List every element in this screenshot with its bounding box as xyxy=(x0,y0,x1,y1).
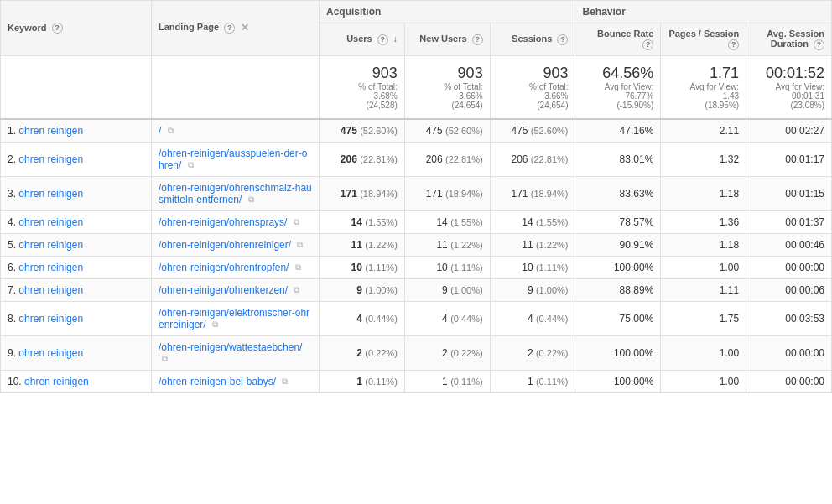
keyword-value[interactable]: ohren reinigen xyxy=(18,262,83,273)
newusers-value: 1 xyxy=(442,376,448,387)
landing-url[interactable]: /ohren-reinigen/ohrenschmalz-hausmitteln… xyxy=(159,182,312,205)
sessions-value: 1 xyxy=(528,376,533,387)
bounce-cell: 100.00% xyxy=(575,335,661,370)
keyword-value[interactable]: ohren reinigen xyxy=(18,239,83,251)
pages-cell: 1.11 xyxy=(661,278,746,301)
avgdur-cell: 00:03:53 xyxy=(746,301,832,335)
sessions-help-icon[interactable]: ? xyxy=(557,34,568,45)
keyword-cell: 6. ohren reinigen xyxy=(1,256,152,278)
landing-url[interactable]: / xyxy=(159,125,161,137)
landing-url[interactable]: /ohren-reinigen-bei-babys/ xyxy=(159,376,276,387)
landing-link-icon[interactable]: ⧉ xyxy=(297,240,303,250)
landing-url[interactable]: /ohren-reinigen/ohrensprays/ xyxy=(159,216,287,228)
keyword-cell: 1. ohren reinigen xyxy=(1,119,152,143)
landing-help-icon[interactable]: ? xyxy=(224,23,235,34)
newusers-cell: 171 (18.94%) xyxy=(404,176,490,210)
keyword-value[interactable]: ohren reinigen xyxy=(24,376,89,387)
pages-help-icon[interactable]: ? xyxy=(728,39,739,50)
row-number: 5. xyxy=(8,239,16,251)
summary-newusers-sub3: (24,654) xyxy=(412,101,483,110)
keyword-value[interactable]: ohren reinigen xyxy=(18,216,83,228)
sessions-value: 11 xyxy=(522,239,533,251)
sessions-cell: 475 (52.60%) xyxy=(490,119,575,143)
keyword-value[interactable]: ohren reinigen xyxy=(18,313,83,325)
newusers-pct: (22.81%) xyxy=(445,154,483,164)
bounce-cell: 75.00% xyxy=(575,301,661,335)
pages-label: Pages / Session xyxy=(668,29,739,39)
landing-url[interactable]: /ohren-reinigen/ausspuelen-der-ohren/ xyxy=(159,148,307,171)
users-column-header[interactable]: Users ? ↓ xyxy=(320,23,405,56)
users-cell: 10 (1.11%) xyxy=(320,256,405,278)
newusers-pct: (18.94%) xyxy=(445,189,483,199)
avgdur-column-header[interactable]: Avg. Session Duration ? xyxy=(746,23,832,56)
keyword-cell: 5. ohren reinigen xyxy=(1,233,152,256)
bounce-value: 47.16% xyxy=(620,125,654,137)
landing-link-icon[interactable]: ⧉ xyxy=(168,126,174,136)
landing-label: Landing Page xyxy=(159,22,219,32)
sessions-value: 206 xyxy=(511,153,528,165)
landing-link-icon[interactable]: ⧉ xyxy=(248,195,254,205)
avgdur-cell: 00:01:17 xyxy=(746,142,832,176)
row-number: 1. xyxy=(8,125,16,137)
landing-link-icon[interactable]: ⧉ xyxy=(212,320,218,330)
users-sort-icon[interactable]: ↓ xyxy=(393,34,398,44)
summary-avgdur-sub3: (23.08%) xyxy=(753,101,824,110)
keyword-value[interactable]: ohren reinigen xyxy=(18,284,83,296)
keyword-cell: 10. ohren reinigen xyxy=(1,370,152,392)
avgdur-cell: 00:00:46 xyxy=(746,233,832,256)
bounce-column-header[interactable]: Bounce Rate ? xyxy=(575,23,661,56)
users-value: 9 xyxy=(356,284,362,296)
landing-link-icon[interactable]: ⧉ xyxy=(294,217,299,227)
landing-link-icon[interactable]: ⧉ xyxy=(162,354,168,364)
sessions-cell: 14 (1.55%) xyxy=(490,210,575,233)
keyword-help-icon[interactable]: ? xyxy=(52,23,63,34)
row-number: 3. xyxy=(8,188,16,200)
pages-cell: 1.32 xyxy=(661,142,746,176)
bounce-help-icon[interactable]: ? xyxy=(642,39,653,50)
summary-avgdur-sub1: Avg for View: xyxy=(753,82,824,91)
avgdur-help-icon[interactable]: ? xyxy=(814,39,824,50)
newusers-cell: 206 (22.81%) xyxy=(404,142,490,176)
newusers-cell: 2 (0.22%) xyxy=(404,335,490,370)
landing-link-icon[interactable]: ⧉ xyxy=(282,377,288,387)
keyword-value[interactable]: ohren reinigen xyxy=(18,125,83,137)
users-value: 14 xyxy=(351,216,362,228)
landing-close-icon[interactable]: ✕ xyxy=(241,22,249,34)
avgdur-value: 00:00:00 xyxy=(785,347,824,359)
users-cell: 171 (18.94%) xyxy=(320,176,405,210)
users-value: 1 xyxy=(356,376,362,387)
landing-url[interactable]: /ohren-reinigen/wattestaebchen/ xyxy=(159,341,302,353)
newusers-cell: 10 (1.11%) xyxy=(404,256,490,278)
bounce-cell: 83.63% xyxy=(575,176,661,210)
newusers-column-header[interactable]: New Users ? xyxy=(404,23,490,56)
pages-cell: 1.18 xyxy=(661,176,746,210)
landing-link-icon[interactable]: ⧉ xyxy=(294,285,299,295)
bounce-cell: 90.91% xyxy=(575,233,661,256)
pages-column-header[interactable]: Pages / Session ? xyxy=(661,23,746,56)
sessions-pct: (1.00%) xyxy=(536,285,569,295)
summary-row: 903 % of Total: 3.68% (24,528) 903 % of … xyxy=(1,55,832,119)
newusers-help-icon[interactable]: ? xyxy=(472,34,483,45)
users-pct: (1.55%) xyxy=(365,217,398,227)
users-cell: 206 (22.81%) xyxy=(320,142,405,176)
pages-cell: 1.18 xyxy=(661,233,746,256)
landing-url[interactable]: /ohren-reinigen/ohrenreiniger/ xyxy=(159,239,291,251)
keyword-value[interactable]: ohren reinigen xyxy=(18,347,83,359)
users-help-icon[interactable]: ? xyxy=(377,34,388,45)
newusers-pct: (1.11%) xyxy=(450,262,483,273)
keyword-cell: 8. ohren reinigen xyxy=(1,301,152,335)
keyword-value[interactable]: ohren reinigen xyxy=(18,188,83,200)
sessions-column-header[interactable]: Sessions ? xyxy=(490,23,575,56)
landing-link-icon[interactable]: ⧉ xyxy=(188,160,194,170)
users-value: 10 xyxy=(351,262,362,273)
users-value: 171 xyxy=(341,188,357,200)
keyword-value[interactable]: ohren reinigen xyxy=(18,153,83,165)
landing-url[interactable]: /ohren-reinigen/elektronischer-ohrenrein… xyxy=(159,307,309,330)
pages-cell: 1.00 xyxy=(661,256,746,278)
landing-url[interactable]: /ohren-reinigen/ohrentropfen/ xyxy=(159,262,289,273)
newusers-value: 4 xyxy=(442,313,448,325)
landing-link-icon[interactable]: ⧉ xyxy=(295,262,301,273)
avgdur-cell: 00:00:00 xyxy=(746,335,832,370)
landing-cell: /ohren-reinigen/ausspuelen-der-ohren/ ⧉ xyxy=(152,142,320,176)
landing-url[interactable]: /ohren-reinigen/ohrenkerzen/ xyxy=(159,284,288,296)
